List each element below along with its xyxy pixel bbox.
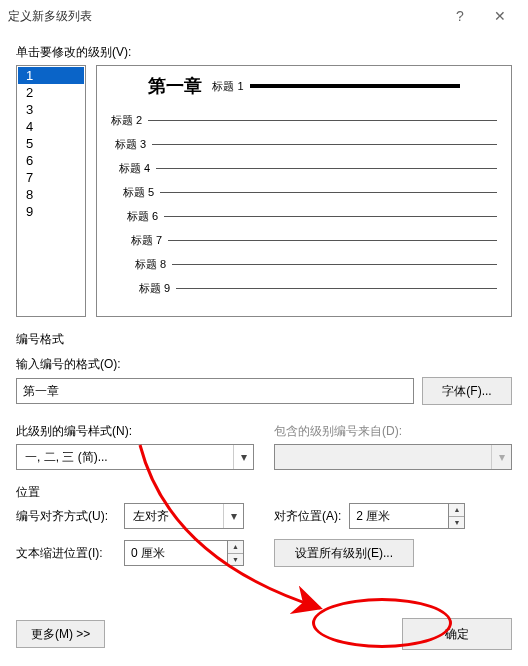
preview-row-label: 标题 9 [139, 281, 170, 296]
number-style-label: 此级别的编号样式(N): [16, 423, 254, 440]
dialog-title: 定义新多级列表 [8, 8, 440, 25]
level-item[interactable]: 5 [18, 135, 84, 152]
level-item[interactable]: 9 [18, 203, 84, 220]
level-item[interactable]: 6 [18, 152, 84, 169]
level-item[interactable]: 8 [18, 186, 84, 203]
chevron-down-icon: ▾ [223, 504, 243, 528]
preview-row: 标题 3 [115, 138, 497, 150]
ok-button[interactable]: 确定 [402, 618, 512, 650]
preview-row-label: 标题 2 [111, 113, 142, 128]
number-format-input[interactable] [16, 378, 414, 404]
level-item[interactable]: 3 [18, 101, 84, 118]
indent-label: 文本缩进位置(I): [16, 545, 116, 562]
enter-format-label: 输入编号的格式(O): [16, 356, 512, 373]
preview-row-label: 标题 6 [127, 209, 158, 224]
close-button[interactable]: ✕ [480, 2, 520, 30]
level-listbox[interactable]: 123456789 [16, 65, 86, 317]
level-item[interactable]: 2 [18, 84, 84, 101]
preview-row-label: 标题 4 [119, 161, 150, 176]
preview-row-label: 标题 5 [123, 185, 154, 200]
preview-first-prefix: 第一章 [148, 74, 202, 98]
levels-label: 单击要修改的级别(V): [16, 44, 512, 61]
number-style-combo[interactable]: 一, 二, 三 (简)... ▾ [16, 444, 254, 470]
preview-row: 标题 8 [135, 258, 497, 270]
align-pos-input[interactable] [349, 503, 449, 529]
align-label: 编号对齐方式(U): [16, 508, 116, 525]
more-button[interactable]: 更多(M) >> [16, 620, 105, 648]
align-pos-spinner[interactable]: ▲▼ [449, 503, 465, 529]
chevron-down-icon: ▾ [491, 445, 511, 469]
preview-row-label: 标题 7 [131, 233, 162, 248]
align-pos-label: 对齐位置(A): [274, 508, 341, 525]
level-item[interactable]: 1 [18, 67, 84, 84]
align-combo[interactable]: 左对齐 ▾ [124, 503, 244, 529]
preview-pane: 第一章 标题 1 标题 2标题 3标题 4标题 5标题 6标题 7标题 8标题 … [96, 65, 512, 317]
preview-row: 标题 6 [127, 210, 497, 222]
level-item[interactable]: 4 [18, 118, 84, 135]
include-level-combo: ▾ [274, 444, 512, 470]
level-item[interactable]: 7 [18, 169, 84, 186]
preview-row: 标题 9 [139, 282, 497, 294]
preview-row-label: 标题 3 [115, 137, 146, 152]
number-format-section: 编号格式 [16, 331, 512, 348]
help-button[interactable]: ? [440, 2, 480, 30]
preview-first-sub: 标题 1 [212, 79, 243, 94]
position-section: 位置 [16, 484, 512, 501]
preview-row: 标题 7 [131, 234, 497, 246]
include-level-label: 包含的级别编号来自(D): [274, 423, 512, 440]
indent-spinner[interactable]: ▲▼ [228, 540, 244, 566]
font-button[interactable]: 字体(F)... [422, 377, 512, 405]
preview-row-label: 标题 8 [135, 257, 166, 272]
chevron-down-icon: ▾ [233, 445, 253, 469]
preview-row: 标题 5 [123, 186, 497, 198]
set-all-levels-button[interactable]: 设置所有级别(E)... [274, 539, 414, 567]
preview-row: 标题 4 [119, 162, 497, 174]
preview-row: 标题 2 [111, 114, 497, 126]
indent-input[interactable] [124, 540, 228, 566]
